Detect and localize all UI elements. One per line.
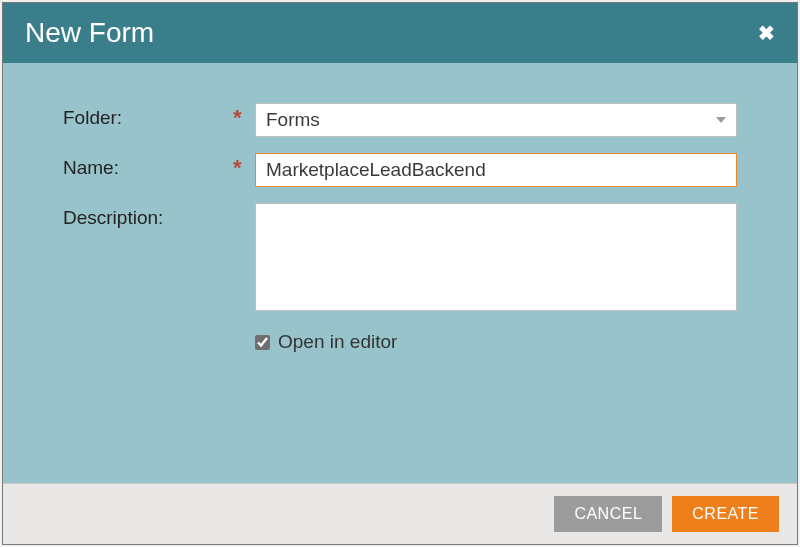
description-textarea[interactable] — [255, 203, 737, 311]
required-asterisk-icon: * — [233, 103, 255, 131]
dialog-footer: CANCEL CREATE — [3, 483, 797, 544]
cancel-button[interactable]: CANCEL — [554, 496, 662, 532]
folder-row: Folder: * Forms — [63, 103, 737, 137]
folder-input-wrap: Forms — [255, 103, 737, 137]
dialog-titlebar: New Form ✖ — [3, 3, 797, 63]
name-input-wrap — [255, 153, 737, 187]
dialog-title: New Form — [25, 17, 154, 49]
folder-select-value: Forms — [266, 109, 320, 131]
required-placeholder — [233, 203, 255, 205]
open-in-editor-label: Open in editor — [278, 331, 397, 353]
description-row: Description: — [63, 203, 737, 315]
open-in-editor-checkbox[interactable] — [255, 335, 270, 350]
close-icon[interactable]: ✖ — [758, 21, 775, 45]
folder-label: Folder: — [63, 103, 233, 129]
description-input-wrap — [255, 203, 737, 315]
create-button[interactable]: CREATE — [672, 496, 779, 532]
name-input[interactable] — [255, 153, 737, 187]
new-form-dialog: New Form ✖ Folder: * Forms Name: * Descr… — [2, 2, 798, 545]
name-label: Name: — [63, 153, 233, 179]
folder-select[interactable]: Forms — [255, 103, 737, 137]
name-row: Name: * — [63, 153, 737, 187]
dialog-body: Folder: * Forms Name: * Description: — [3, 63, 797, 483]
chevron-down-icon — [716, 117, 726, 123]
required-asterisk-icon: * — [233, 153, 255, 181]
open-in-editor-row: Open in editor — [255, 331, 737, 353]
description-label: Description: — [63, 203, 233, 229]
